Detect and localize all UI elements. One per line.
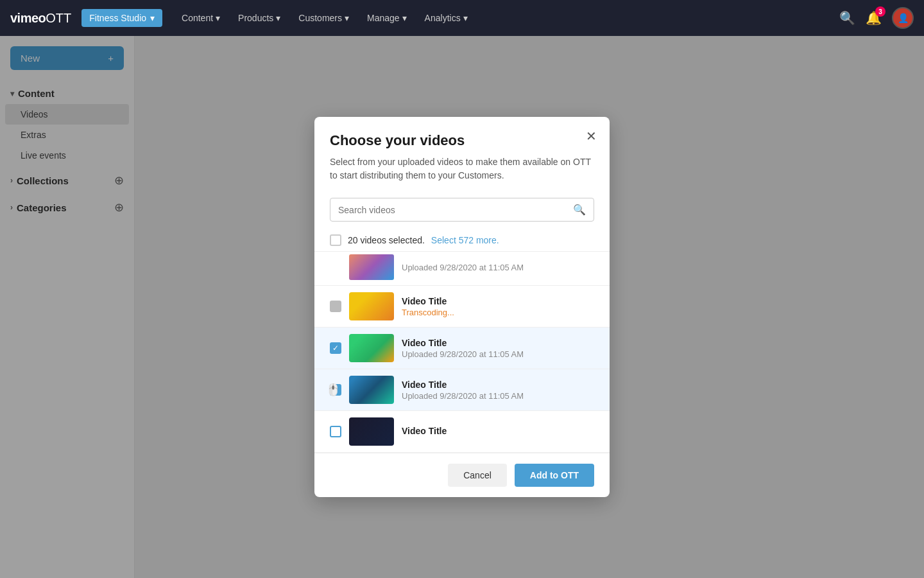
video-thumbnail-4	[349, 417, 394, 446]
modal-overlay: Choose your videos Select from your uplo…	[135, 36, 924, 578]
logo: vimeo OTT	[10, 11, 71, 26]
nav-analytics-label: Analytics	[425, 13, 461, 23]
topnav: vimeo OTT Fitness Studio ▾ Content ▾ Pro…	[0, 0, 924, 36]
chevron-down-icon: ▾	[402, 13, 407, 23]
nav-customers-label: Customers	[298, 13, 342, 23]
notifications-button[interactable]: 🔔 3	[866, 10, 882, 26]
nav-analytics[interactable]: Analytics ▾	[418, 9, 474, 27]
video-item[interactable]: Video Title Transcoding...	[314, 286, 610, 328]
search-icon: 🔍	[573, 204, 586, 216]
selection-count-text: 20 videos selected.	[348, 235, 425, 245]
video-info-1: Video Title Transcoding...	[402, 296, 594, 317]
modal-header: Choose your videos Select from your uplo…	[314, 117, 610, 190]
uploaded-meta: Uploaded 9/28/2020 at 11:05 AM	[402, 263, 524, 272]
nav-products[interactable]: Products ▾	[232, 9, 287, 27]
video-item[interactable]: Video Title	[314, 411, 610, 453]
add-to-ott-button[interactable]: Add to OTT	[515, 464, 594, 487]
choose-videos-modal: Choose your videos Select from your uplo…	[314, 117, 610, 497]
video-checkbox-4[interactable]	[330, 426, 341, 437]
nav-manage-label: Manage	[367, 13, 400, 23]
video-title-2: Video Title	[402, 338, 594, 348]
select-all-row: 20 videos selected. Select 572 more.	[314, 229, 610, 252]
thumbnail-image	[349, 376, 394, 404]
cancel-button[interactable]: Cancel	[448, 464, 507, 487]
thumbnail-image	[349, 334, 394, 362]
video-checkbox-1[interactable]	[330, 301, 341, 312]
video-title-1: Video Title	[402, 296, 594, 306]
video-info-4: Video Title	[402, 426, 594, 437]
video-list: Video Title Transcoding... ✓ Video Title…	[314, 286, 610, 453]
avatar-icon: 👤	[898, 13, 909, 23]
search-box: 🔍	[330, 198, 594, 222]
thumbnail-image	[349, 417, 394, 446]
logo-ott: OTT	[46, 11, 71, 26]
modal-footer: Cancel Add to OTT	[314, 453, 610, 497]
chevron-down-icon: ▾	[345, 13, 349, 23]
search-input[interactable]	[338, 205, 568, 215]
video-checkbox-3[interactable]: ✓	[330, 384, 341, 396]
video-info-3: Video Title Uploaded 9/28/2020 at 11:05 …	[402, 380, 594, 401]
uploaded-strip-row: Uploaded 9/28/2020 at 11:05 AM	[314, 252, 610, 286]
video-strip-thumbnail	[349, 254, 394, 280]
video-thumbnail-3	[349, 376, 394, 404]
video-thumbnail-1	[349, 292, 394, 320]
chevron-down-icon: ▾	[216, 13, 220, 23]
video-meta-3: Uploaded 9/28/2020 at 11:05 AM	[402, 391, 594, 401]
search-row: 🔍	[314, 190, 610, 229]
modal-description: Select from your uploaded videos to make…	[330, 155, 594, 182]
nav-icons: 🔍 🔔 3 👤	[839, 7, 914, 29]
logo-vimeo: vimeo	[10, 11, 46, 26]
video-item[interactable]: ✓ Video Title Uploaded 9/28/2020 at 11:0…	[314, 369, 610, 411]
video-checkbox-2[interactable]: ✓	[330, 342, 341, 354]
studio-label: Fitness Studio	[89, 13, 146, 23]
chevron-down-icon: ▾	[150, 13, 155, 23]
video-meta-2: Uploaded 9/28/2020 at 11:05 AM	[402, 349, 594, 359]
video-meta-1: Transcoding...	[402, 308, 594, 317]
video-thumbnail-2	[349, 334, 394, 362]
nav-content[interactable]: Content ▾	[175, 9, 227, 27]
avatar[interactable]: 👤	[892, 7, 914, 29]
search-icon: 🔍	[839, 10, 855, 26]
video-item[interactable]: ✓ Video Title Uploaded 9/28/2020 at 11:0…	[314, 328, 610, 369]
search-button[interactable]: 🔍	[839, 10, 855, 26]
nav-manage[interactable]: Manage ▾	[361, 9, 413, 27]
select-more-link[interactable]: Select 572 more.	[431, 235, 499, 245]
nav-customers[interactable]: Customers ▾	[292, 9, 355, 27]
chevron-down-icon: ▾	[463, 13, 468, 23]
video-title-4: Video Title	[402, 426, 594, 436]
video-info-2: Video Title Uploaded 9/28/2020 at 11:05 …	[402, 338, 594, 359]
nav-content-label: Content	[182, 13, 213, 23]
thumbnail-image	[349, 292, 394, 320]
thumbnail-image	[349, 254, 394, 280]
modal-close-button[interactable]: ✕	[586, 130, 597, 143]
layout: New + ▾ Content Videos Extras Live event…	[0, 36, 924, 578]
select-all-checkbox[interactable]	[330, 234, 341, 246]
notification-badge: 3	[875, 6, 886, 17]
chevron-down-icon: ▾	[276, 13, 280, 23]
nav-products-label: Products	[238, 13, 273, 23]
studio-dropdown-button[interactable]: Fitness Studio ▾	[81, 9, 162, 27]
main-content: Choose your videos Select from your uplo…	[135, 36, 924, 578]
video-title-3: Video Title	[402, 380, 594, 390]
modal-title: Choose your videos	[330, 132, 594, 149]
